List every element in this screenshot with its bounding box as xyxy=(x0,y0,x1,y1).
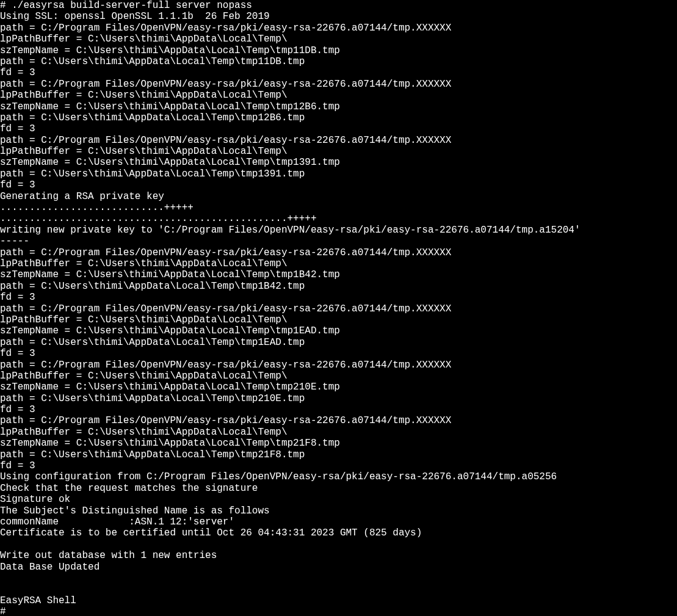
terminal-line: Data Base Updated xyxy=(0,562,677,573)
terminal-line: szTempName = C:\Users\thimi\AppData\Loca… xyxy=(0,157,677,168)
terminal-line: Generating a RSA private key xyxy=(0,191,677,202)
terminal-line: lpPathBuffer = C:\Users\thimi\AppData\Lo… xyxy=(0,90,677,101)
terminal-line: fd = 3 xyxy=(0,292,677,303)
terminal-line: path = C:\Users\thimi\AppData\Local\Temp… xyxy=(0,449,677,460)
terminal-line: lpPathBuffer = C:\Users\thimi\AppData\Lo… xyxy=(0,314,677,325)
terminal-line: path = C:/Program Files/OpenVPN/easy-rsa… xyxy=(0,23,677,34)
terminal-line: szTempName = C:\Users\thimi\AppData\Loca… xyxy=(0,101,677,112)
terminal-line: szTempName = C:\Users\thimi\AppData\Loca… xyxy=(0,438,677,449)
terminal-line: Using configuration from C:/Program File… xyxy=(0,471,677,482)
terminal-line: lpPathBuffer = C:\Users\thimi\AppData\Lo… xyxy=(0,371,677,382)
terminal-line: path = C:\Users\thimi\AppData\Local\Temp… xyxy=(0,112,677,123)
terminal-line: Check that the request matches the signa… xyxy=(0,483,677,494)
terminal-line: szTempName = C:\Users\thimi\AppData\Loca… xyxy=(0,382,677,393)
terminal-line xyxy=(0,539,677,550)
terminal-line: fd = 3 xyxy=(0,179,677,190)
terminal-line: The Subject's Distinguished Name is as f… xyxy=(0,505,677,516)
terminal-line xyxy=(0,573,677,584)
terminal-line: path = C:\Users\thimi\AppData\Local\Temp… xyxy=(0,337,677,348)
terminal-line: path = C:/Program Files/OpenVPN/easy-rsa… xyxy=(0,247,677,258)
terminal-line: Using SSL: openssl OpenSSL 1.1.1b 26 Feb… xyxy=(0,11,677,22)
terminal-line: fd = 3 xyxy=(0,67,677,78)
terminal-line: szTempName = C:\Users\thimi\AppData\Loca… xyxy=(0,45,677,56)
terminal-line: path = C:/Program Files/OpenVPN/easy-rsa… xyxy=(0,79,677,90)
terminal-line: ............................+++++ xyxy=(0,202,677,213)
terminal-line: szTempName = C:\Users\thimi\AppData\Loca… xyxy=(0,269,677,280)
terminal-line: path = C:/Program Files/OpenVPN/easy-rsa… xyxy=(0,415,677,426)
terminal-line: path = C:/Program Files/OpenVPN/easy-rsa… xyxy=(0,135,677,146)
terminal-line: lpPathBuffer = C:\Users\thimi\AppData\Lo… xyxy=(0,34,677,45)
terminal-line: ----- xyxy=(0,236,677,247)
terminal-line: path = C:\Users\thimi\AppData\Local\Temp… xyxy=(0,168,677,179)
terminal-line: # ./easyrsa build-server-full server nop… xyxy=(0,0,677,11)
terminal-line: fd = 3 xyxy=(0,460,677,471)
terminal-line xyxy=(0,584,677,595)
terminal-line: ........................................… xyxy=(0,213,677,224)
terminal-line: path = C:\Users\thimi\AppData\Local\Temp… xyxy=(0,281,677,292)
terminal-line: lpPathBuffer = C:\Users\thimi\AppData\Lo… xyxy=(0,258,677,269)
terminal-line: fd = 3 xyxy=(0,348,677,359)
terminal-line: commonName :ASN.1 12:'server' xyxy=(0,516,677,527)
terminal-line: path = C:/Program Files/OpenVPN/easy-rsa… xyxy=(0,303,677,314)
terminal-line: fd = 3 xyxy=(0,123,677,134)
terminal-line: Signature ok xyxy=(0,494,677,505)
terminal-line: fd = 3 xyxy=(0,404,677,415)
terminal-line: # xyxy=(0,606,677,616)
terminal-line: path = C:/Program Files/OpenVPN/easy-rsa… xyxy=(0,360,677,371)
terminal-output[interactable]: # ./easyrsa build-server-full server nop… xyxy=(0,0,677,616)
terminal-line: writing new private key to 'C:/Program F… xyxy=(0,225,677,236)
terminal-line: szTempName = C:\Users\thimi\AppData\Loca… xyxy=(0,325,677,336)
terminal-line: Certificate is to be certified until Oct… xyxy=(0,527,677,538)
terminal-line: path = C:\Users\thimi\AppData\Local\Temp… xyxy=(0,393,677,404)
terminal-line: lpPathBuffer = C:\Users\thimi\AppData\Lo… xyxy=(0,427,677,438)
terminal-line: EasyRSA Shell xyxy=(0,595,677,606)
terminal-line: path = C:\Users\thimi\AppData\Local\Temp… xyxy=(0,56,677,67)
terminal-line: Write out database with 1 new entries xyxy=(0,550,677,561)
terminal-line: lpPathBuffer = C:\Users\thimi\AppData\Lo… xyxy=(0,146,677,157)
